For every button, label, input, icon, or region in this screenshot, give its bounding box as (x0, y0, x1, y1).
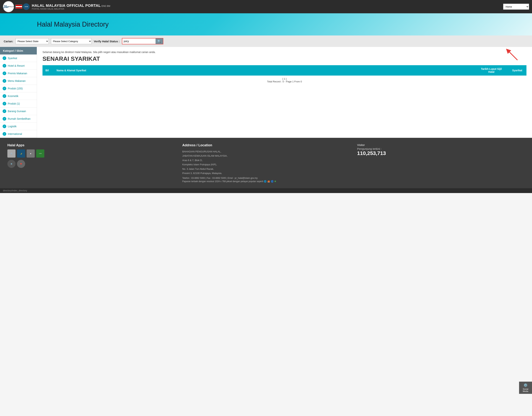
footer-visitor-label: Pengunjung terkini : (357, 147, 525, 150)
footer-apps-logos: 🏛️ 🌙 ◆ CCM ⚙️ ❤️ (7, 150, 175, 168)
sidebar-item-kosmetik[interactable]: ✓ Kosmetik (0, 92, 37, 100)
check-icon: ✓ (3, 79, 6, 83)
nav-dropdown[interactable]: Home About Directory Contact (503, 4, 529, 9)
footer-visitor-count: 110,253,713 (357, 150, 525, 156)
carian-label: Carian: (4, 40, 13, 43)
category-select[interactable]: Please Select Category Syarikat Hotel & … (51, 38, 92, 44)
sidebar: Kategori / Skim ✓ Syarikat ✓ Hotel & Res… (0, 47, 37, 138)
sidebar-header: Kategori / Skim (0, 47, 37, 55)
sidebar-item-label: International (8, 132, 22, 135)
main-content: Kategori / Skim ✓ Syarikat ✓ Hotel & Res… (0, 47, 532, 138)
malaysia-flag (16, 5, 22, 9)
sidebar-item-produk-155[interactable]: ✓ Produk (155) (0, 85, 37, 92)
check-icon: ✓ (3, 87, 6, 90)
senarai-title: SENARAI SYARIKAT (42, 56, 526, 62)
header-subtitle: PORTAL RASMI HALAL MALAYSIA (32, 8, 501, 10)
results-table: Bil Nama & Alamat Syarikat Tarikh Luput … (42, 65, 526, 85)
app-logo-1[interactable]: 🏛️ (7, 150, 16, 158)
footer-apps-col: Halal Apps 🏛️ 🌙 ◆ CCM ⚙️ ❤️ (7, 143, 175, 183)
footer-contact: Telefon : 03-8892 5000 | Fax : 03-8892 5… (182, 177, 350, 179)
jakim-logo: JAKIM (23, 3, 29, 10)
footer-address: BAHAGIAN PENGURUSAN HALAL, JABATAN KEMAJ… (182, 150, 350, 175)
check-icon: ✓ (3, 72, 6, 75)
app-logo-5[interactable]: ⚙️ (7, 160, 16, 168)
flag-icons: JAKIM (16, 3, 29, 10)
th-tarikh: Tarikh Luput Sijil Halal (475, 65, 508, 76)
sidebar-item-menu-makanan[interactable]: ✓ Menu Makanan (0, 77, 37, 85)
footer-apps-title: Halal Apps (7, 143, 175, 147)
pagination: [ 1 ] Total Record : 0 - Page 1 From 0 (42, 76, 526, 85)
browser-icons: 🌐 🦊 🌀 ✱ (264, 180, 276, 183)
logo-area: حلال HALAL JAKIM (3, 1, 29, 12)
sidebar-item-label: Rumah Sembelihan (8, 117, 30, 120)
header-nav: Home About Directory Contact (503, 4, 529, 9)
footer-visitor-col: Visitor Pengunjung terkini : 110,253,713 (357, 143, 525, 183)
hero-banner: Halal Malaysia Directory (0, 13, 532, 36)
sidebar-item-label: Syarikat (8, 57, 17, 60)
check-icon: ✓ (3, 132, 6, 136)
app-logo-2[interactable]: 🌙 (17, 150, 25, 158)
th-bil: Bil (42, 65, 54, 76)
footer-address-title: Address / Location (182, 143, 350, 147)
check-icon: ✓ (3, 102, 6, 105)
app-logo-6[interactable]: ❤️ (17, 160, 25, 168)
halal-logo: حلال HALAL (3, 1, 14, 12)
search-input-wrap: 🔍 (122, 38, 163, 44)
url-bar: directory/index_directory (0, 188, 532, 193)
check-icon: ✓ (3, 124, 6, 128)
welcome-text: Selamat datang ke direktori Halal Malays… (42, 51, 526, 54)
hero-title: Halal Malaysia Directory (37, 20, 109, 28)
sidebar-item-syarikat[interactable]: ✓ Syarikat (0, 55, 37, 62)
sidebar-item-produk-1[interactable]: ✓ Produk (1) (0, 100, 37, 107)
sidebar-item-label: Hotel & Resort (8, 64, 25, 67)
state-select[interactable]: Please Select State Johor Kedah Kelantan… (16, 38, 49, 44)
sidebar-item-label: Produk (1) (8, 102, 20, 105)
th-nama: Nama & Alamat Syarikat (54, 65, 475, 76)
header-title-area: HALAL MALAYSIA OFFICIAL PORTAL ENG BM PO… (32, 3, 501, 10)
content-area: Selamat datang ke direktori Halal Malays… (37, 47, 532, 138)
sidebar-item-label: Kosmetik (8, 95, 19, 97)
app-logo-4[interactable]: CCM (36, 150, 44, 158)
sidebar-item-label: Menu Makanan (8, 79, 26, 82)
check-icon: ✓ (3, 94, 6, 98)
footer-resolution: Paparan terbaik dengan resolusi 1024 x 7… (182, 180, 350, 183)
sidebar-item-label: Logistik (8, 125, 16, 128)
search-button[interactable]: 🔍 (156, 38, 163, 44)
check-icon: ✓ (3, 109, 6, 113)
sidebar-item-rumah-sembelihan[interactable]: ✓ Rumah Sembelihan (0, 115, 37, 123)
sidebar-item-label: Barang Gunaan (8, 110, 26, 113)
sidebar-item-premis-makanan[interactable]: ✓ Premis Makanan (0, 70, 37, 77)
verify-label: Verify Halal Status : (94, 40, 120, 43)
footer: Halal Apps 🏛️ 🌙 ◆ CCM ⚙️ ❤️ Address / Lo… (0, 138, 532, 188)
sidebar-item-logistik[interactable]: ✓ Logistik (0, 123, 37, 130)
header: حلال HALAL JAKIM HALAL MALAYSIA OFFICIAL… (0, 0, 532, 13)
check-icon: ✓ (3, 117, 6, 121)
search-input[interactable] (122, 38, 156, 44)
footer-visitor-title: Visitor (357, 143, 525, 146)
sidebar-item-international[interactable]: ✓ International (0, 130, 37, 138)
check-icon: ✓ (3, 56, 6, 60)
app-logo-3[interactable]: ◆ (27, 150, 35, 158)
sidebar-item-label: Premis Makanan (8, 72, 27, 75)
search-bar: Carian: Please Select State Johor Kedah … (0, 36, 532, 47)
sidebar-item-hotel-resort[interactable]: ✓ Hotel & Resort (0, 62, 37, 70)
check-icon: ✓ (3, 64, 6, 68)
header-title: HALAL MALAYSIA OFFICIAL PORTAL ENG BM (32, 3, 501, 8)
footer-address-col: Address / Location BAHAGIAN PENGURUSAN H… (182, 143, 350, 183)
sidebar-item-label: Produk (155) (8, 87, 23, 90)
sidebar-item-barang-gunaan[interactable]: ✓ Barang Gunaan (0, 107, 37, 115)
th-syarikat: Syarikat (508, 65, 526, 76)
